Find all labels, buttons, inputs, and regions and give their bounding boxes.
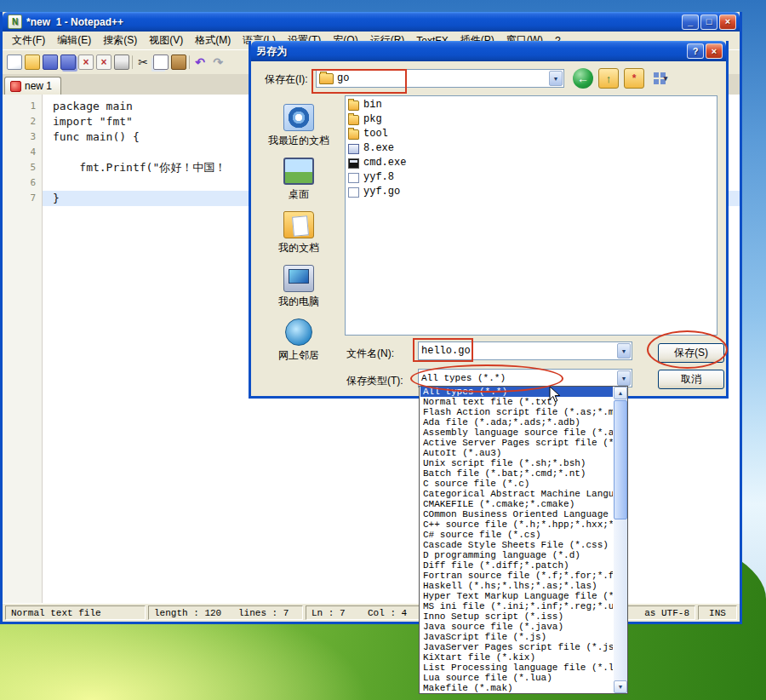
- dropdown-arrow-icon[interactable]: [549, 71, 563, 86]
- filetype-option[interactable]: All types (*.*): [420, 387, 613, 397]
- filetype-option[interactable]: Cascade Style Sheets File (*.css): [420, 540, 613, 550]
- file-item[interactable]: pkg: [347, 112, 715, 127]
- filetype-option[interactable]: Java source file (*.java): [420, 622, 613, 632]
- file-item[interactable]: yyf.8: [347, 170, 715, 185]
- new-file-icon[interactable]: [7, 55, 22, 70]
- filetype-option[interactable]: Hyper Text Markup Language file (*.html;…: [420, 591, 613, 601]
- up-folder-icon[interactable]: [598, 68, 619, 89]
- filetype-option[interactable]: Normal text file (*.txt): [420, 397, 613, 407]
- open-folder-icon[interactable]: [25, 55, 40, 70]
- file-name: yyf.8: [363, 170, 394, 185]
- scroll-up-icon[interactable]: [614, 387, 627, 399]
- filetype-option[interactable]: Lua source file (*.lua): [420, 673, 613, 683]
- scrollbar[interactable]: [614, 387, 627, 693]
- redo-icon[interactable]: [210, 55, 226, 70]
- menu-item[interactable]: 视图(V): [143, 32, 189, 49]
- window-titlebar[interactable]: *new 1 - Notepad++ _ □ ×: [3, 12, 740, 32]
- line-number: 4: [3, 145, 43, 160]
- filetype-option[interactable]: Unix script file (*.sh;*.bsh): [420, 458, 613, 468]
- place-item[interactable]: 我的文档: [258, 211, 340, 255]
- maximize-button[interactable]: □: [700, 14, 717, 30]
- file-item[interactable]: yyf.go: [347, 185, 715, 199]
- cancel-button[interactable]: 取消: [658, 370, 724, 389]
- place-label: 我的电脑: [278, 295, 319, 309]
- place-label: 网上邻居: [278, 348, 319, 363]
- filetype-option[interactable]: Makefile (*.mak): [420, 683, 613, 693]
- filetype-option[interactable]: Categorical Abstract Machine Language (*…: [420, 489, 613, 499]
- folder-icon: [348, 129, 359, 140]
- filetype-option[interactable]: Flash Action script file (*.as;*.mx): [420, 407, 613, 417]
- close-doc-icon[interactable]: [78, 55, 94, 70]
- menu-item[interactable]: 搜索(S): [97, 32, 143, 49]
- filetype-option[interactable]: Assembly language source file (*.asm): [420, 427, 613, 438]
- filetype-option[interactable]: C source file (*.c): [420, 479, 613, 489]
- separator[interactable]: [189, 55, 190, 69]
- filetype-option[interactable]: List Processing language file (*.lsp;*.l…: [420, 663, 613, 673]
- place-item[interactable]: 桌面: [258, 158, 340, 202]
- console-icon: [348, 158, 359, 169]
- filetype-option[interactable]: C++ source file (*.h;*.hpp;*.hxx;*.cpp;*…: [420, 519, 613, 530]
- file-item[interactable]: cmd.exe: [347, 156, 715, 170]
- scroll-thumb[interactable]: [614, 400, 627, 519]
- filetype-option[interactable]: MS ini file (*.ini;*.inf;*.reg;*.url): [420, 601, 613, 611]
- tab-new-1[interactable]: new 1: [4, 77, 61, 95]
- file-item[interactable]: bin: [347, 98, 715, 112]
- paste-icon[interactable]: [171, 55, 186, 70]
- file-list[interactable]: bin pkg tool 8.exe: [345, 95, 717, 336]
- close-button[interactable]: ×: [719, 14, 736, 30]
- views-icon[interactable]: [649, 68, 677, 89]
- notepadpp-logo-icon: [8, 14, 22, 29]
- filetype-option[interactable]: Batch file (*.bat;*.cmd;*.nt): [420, 468, 613, 479]
- place-item[interactable]: 网上邻居: [258, 318, 340, 363]
- cut-icon[interactable]: [135, 55, 151, 70]
- filetype-option[interactable]: Fortran source file (*.f;*.for;*.f90;*.f…: [420, 571, 613, 581]
- dialog-titlebar[interactable]: 另存为 ? ×: [251, 41, 726, 61]
- place-item[interactable]: 我的电脑: [258, 265, 340, 309]
- undo-icon[interactable]: [192, 55, 208, 70]
- dropdown-arrow-icon[interactable]: [617, 343, 631, 359]
- filetype-option[interactable]: JavaScript file (*.js): [420, 632, 613, 642]
- filetype-dropdown-list: All types (*.*) Normal text file (*.txt)…: [419, 386, 628, 694]
- place-item[interactable]: 我最近的文档: [258, 104, 340, 148]
- filetype-option[interactable]: C# source file (*.cs): [420, 530, 613, 540]
- filetype-option[interactable]: JavaServer Pages script file (*.jsp): [420, 642, 613, 652]
- minimize-button[interactable]: _: [682, 14, 699, 30]
- filetype-option[interactable]: Haskell (*.hs;*.lhs;*.as;*.las): [420, 581, 613, 591]
- filetype-option[interactable]: AutoIt (*.au3): [420, 448, 613, 458]
- filetype-option[interactable]: Ada file (*.ada;*.ads;*.adb): [420, 417, 613, 427]
- separator[interactable]: [132, 55, 133, 69]
- save-all-icon[interactable]: [60, 55, 76, 70]
- save-icon[interactable]: [43, 55, 58, 70]
- filetype-option[interactable]: COmmon Business Oriented Language (*.cbl…: [420, 509, 613, 519]
- filetype-option[interactable]: D programming language (*.d): [420, 550, 613, 560]
- close-all-icon[interactable]: [96, 55, 111, 70]
- back-icon[interactable]: [573, 68, 593, 89]
- copy-icon[interactable]: [153, 55, 169, 70]
- filetype-value: All types (*.*): [421, 370, 506, 387]
- filetype-option[interactable]: CMAKEFILE (*.cmake;*.cmake): [420, 499, 613, 509]
- menu-item[interactable]: 格式(M): [189, 32, 237, 49]
- new-folder-icon[interactable]: [624, 68, 644, 89]
- menu-item[interactable]: 文件(F): [6, 32, 51, 49]
- line-number: 2: [3, 114, 43, 129]
- dropdown-arrow-icon[interactable]: [617, 370, 631, 386]
- file-item[interactable]: 8.exe: [347, 141, 715, 156]
- save-in-value: go: [337, 70, 349, 87]
- filetype-option[interactable]: Active Server Pages script file (*.asp): [420, 438, 613, 448]
- print-icon[interactable]: [114, 55, 129, 70]
- filetype-option[interactable]: Inno Setup script (*.iss): [420, 611, 613, 622]
- save-in-combobox[interactable]: go: [316, 69, 564, 88]
- filetype-option[interactable]: KiXtart file (*.kix): [420, 652, 613, 663]
- filename-combobox[interactable]: hello.go: [418, 341, 632, 360]
- filetype-option[interactable]: Diff file (*.diff;*.patch): [420, 560, 613, 571]
- menu-item[interactable]: 编辑(E): [51, 32, 97, 49]
- file-item[interactable]: tool: [347, 127, 715, 141]
- my-computer-icon: [283, 265, 314, 292]
- save-as-dialog: 另存为 ? × 保存在(I): go: [249, 41, 729, 399]
- dialog-close-button[interactable]: ×: [706, 43, 723, 59]
- scroll-down-icon[interactable]: [614, 680, 627, 693]
- filetype-combobox[interactable]: All types (*.*): [418, 369, 632, 387]
- save-button[interactable]: 保存(S): [658, 343, 724, 363]
- help-button[interactable]: ?: [687, 43, 704, 59]
- status-cursor-position: Ln : 7 Col : 4: [306, 605, 426, 620]
